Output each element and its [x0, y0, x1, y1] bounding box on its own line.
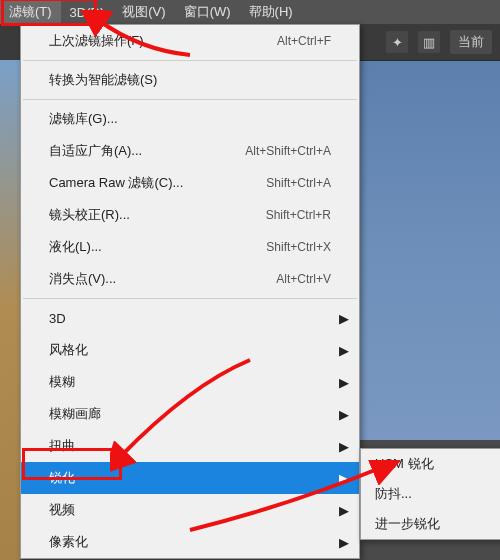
menu-item[interactable]: 消失点(V)...Alt+Ctrl+V — [21, 263, 359, 295]
menu-item[interactable]: 滤镜库(G)... — [21, 103, 359, 135]
submenu-arrow-icon: ▶ — [339, 439, 349, 454]
menu-separator — [23, 60, 357, 61]
menu-item[interactable]: 3D▶ — [21, 302, 359, 334]
menu-item[interactable]: 自适应广角(A)...Alt+Shift+Ctrl+A — [21, 135, 359, 167]
submenu-arrow-icon: ▶ — [339, 343, 349, 358]
menu-item-shortcut: Shift+Ctrl+X — [266, 240, 331, 254]
menu-separator — [23, 298, 357, 299]
submenu-arrow-icon: ▶ — [339, 407, 349, 422]
menu-item[interactable]: 液化(L)...Shift+Ctrl+X — [21, 231, 359, 263]
annotation-box-1 — [1, 0, 97, 26]
menu-item-label: Camera Raw 滤镜(C)... — [49, 174, 266, 192]
menu-item-shortcut: Shift+Ctrl+A — [266, 176, 331, 190]
menu-item-label: 自适应广角(A)... — [49, 142, 245, 160]
menu-item-shortcut: Alt+Ctrl+V — [276, 272, 331, 286]
menu-separator — [23, 99, 357, 100]
menu-item-shortcut: Alt+Shift+Ctrl+A — [245, 144, 331, 158]
menu-item-label: 滤镜库(G)... — [49, 110, 331, 128]
toolbar-tab-current[interactable]: 当前 — [450, 30, 492, 54]
menu-item-label: 液化(L)... — [49, 238, 266, 256]
wand-icon: ✦ — [386, 31, 408, 53]
canvas-left-edge — [0, 60, 20, 560]
annotation-arrow-1 — [80, 10, 200, 60]
menu-item-label: 镜头校正(R)... — [49, 206, 266, 224]
submenu-arrow-icon: ▶ — [339, 311, 349, 326]
annotation-arrow-2 — [110, 355, 260, 475]
menu-item[interactable]: 镜头校正(R)...Shift+Ctrl+R — [21, 199, 359, 231]
menubar-item[interactable]: 帮助(H) — [240, 0, 302, 24]
annotation-arrow-3 — [180, 460, 400, 540]
annotation-box-2 — [22, 448, 122, 480]
submenu-arrow-icon: ▶ — [339, 375, 349, 390]
menu-item[interactable]: 转换为智能滤镜(S) — [21, 64, 359, 96]
menu-item[interactable]: Camera Raw 滤镜(C)...Shift+Ctrl+A — [21, 167, 359, 199]
menu-item-label: 消失点(V)... — [49, 270, 276, 288]
menu-item-shortcut: Shift+Ctrl+R — [266, 208, 331, 222]
menu-item-label: 转换为智能滤镜(S) — [49, 71, 331, 89]
menu-item-label: 3D — [49, 311, 331, 326]
columns-icon: ▥ — [418, 31, 440, 53]
canvas-image-strip — [360, 60, 500, 440]
menu-item-shortcut: Alt+Ctrl+F — [277, 34, 331, 48]
